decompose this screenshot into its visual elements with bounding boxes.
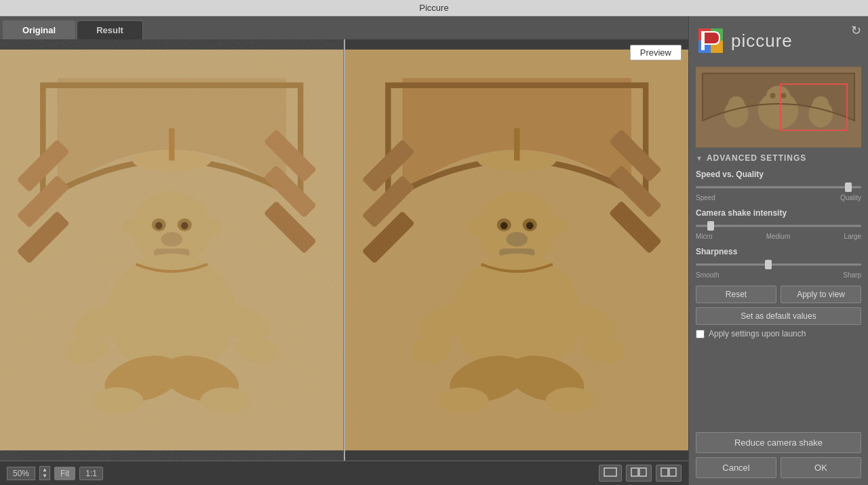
camera-shake-track <box>696 225 861 227</box>
sharpness-label: Sharpness <box>696 247 861 256</box>
speed-quality-track <box>696 187 861 189</box>
advanced-settings-panel: ▼ ADVANCED SETTINGS Speed vs. Quality Sp… <box>696 153 861 427</box>
original-pane <box>0 39 345 461</box>
zoom-stepper[interactable]: ▲ ▼ <box>39 466 50 480</box>
micro-label: Micro <box>696 233 712 240</box>
advanced-settings-header[interactable]: ▼ ADVANCED SETTINGS <box>696 153 861 163</box>
image-area: Preview <box>0 39 688 461</box>
set-default-button[interactable]: Set as default values <box>696 307 861 325</box>
logo-icon <box>696 26 726 56</box>
speed-quality-group: Speed vs. Quality Speed Quality <box>696 170 861 201</box>
reduce-camera-shake-button[interactable]: Reduce camera shake <box>696 432 861 453</box>
ok-button[interactable]: OK <box>781 457 861 478</box>
reset-button[interactable]: Reset <box>696 286 776 303</box>
speed-quality-thumb[interactable] <box>845 182 852 192</box>
camera-shake-group: Camera shake intensity Micro Medium Larg… <box>696 208 861 240</box>
svg-point-45 <box>545 218 567 235</box>
apply-launch-row: Apply settings upon launch <box>696 329 861 338</box>
cancel-button[interactable]: Cancel <box>696 457 776 478</box>
large-label: Large <box>844 233 861 240</box>
sharp-label: Sharp <box>843 271 861 279</box>
svg-point-54 <box>545 387 595 413</box>
camera-shake-thumb[interactable] <box>707 221 714 231</box>
svg-rect-55 <box>604 468 616 476</box>
split-vertical-view-button[interactable] <box>626 465 652 482</box>
smooth-label: Smooth <box>696 271 719 279</box>
tab-result[interactable]: Result <box>77 20 143 39</box>
medium-label: Medium <box>766 233 791 240</box>
quality-label: Quality <box>840 194 861 201</box>
logo-area: piccure <box>696 23 861 61</box>
speed-quality-slider[interactable] <box>696 182 861 193</box>
svg-rect-56 <box>631 468 638 476</box>
zoom-1to1-button[interactable]: 1:1 <box>79 467 103 480</box>
speed-quality-labels: Speed Quality <box>696 194 861 201</box>
sharpness-labels: Smooth Sharp <box>696 271 861 279</box>
right-panel: piccure <box>688 16 868 485</box>
apply-launch-label: Apply settings upon launch <box>709 329 806 338</box>
left-panel: Original Result <box>0 16 688 485</box>
apply-to-view-button[interactable]: Apply to view <box>781 286 861 303</box>
title-bar: Piccure <box>0 0 868 16</box>
camera-shake-labels: Micro Medium Large <box>696 233 861 240</box>
split-horizontal-view-button[interactable] <box>656 465 682 482</box>
bottom-buttons: Reduce camera shake Cancel OK <box>696 432 861 478</box>
app-title: Piccure <box>419 3 448 13</box>
split-view: Preview <box>0 39 688 461</box>
thumbnail-area <box>696 66 861 148</box>
cancel-ok-row: Cancel OK <box>696 457 861 478</box>
svg-rect-57 <box>639 468 646 476</box>
tab-original[interactable]: Original <box>3 20 75 39</box>
svg-point-44 <box>467 218 488 235</box>
svg-point-69 <box>770 93 776 98</box>
svg-point-53 <box>438 387 488 413</box>
camera-shake-slider[interactable] <box>696 220 861 231</box>
refresh-icon[interactable]: ↻ <box>851 23 861 38</box>
speed-quality-label: Speed vs. Quality <box>696 170 861 179</box>
zoom-fit-button[interactable]: Fit <box>54 467 75 480</box>
tab-bar: Original Result <box>0 16 688 39</box>
thumbnail-selection <box>780 83 848 131</box>
sharpness-group: Sharpness Smooth Sharp <box>696 247 861 279</box>
svg-rect-58 <box>661 468 668 476</box>
collapse-icon: ▼ <box>696 155 703 162</box>
zoom-level-display: 50% <box>7 467 35 480</box>
sharpness-thumb[interactable] <box>765 260 772 269</box>
speed-label: Speed <box>696 194 715 201</box>
result-pane: Preview <box>345 39 689 461</box>
reset-apply-row: Reset Apply to view <box>696 286 861 303</box>
svg-point-40 <box>500 222 507 229</box>
sharpness-slider[interactable] <box>696 259 861 270</box>
logo-text: piccure <box>731 31 793 52</box>
apply-launch-checkbox[interactable] <box>696 330 705 338</box>
preview-button[interactable]: Preview <box>630 45 682 60</box>
sharpness-track <box>696 264 861 266</box>
svg-rect-65 <box>703 33 705 49</box>
svg-point-41 <box>526 222 533 229</box>
bottom-toolbar: 50% ▲ ▼ Fit 1:1 <box>0 461 688 485</box>
single-view-button[interactable] <box>599 465 622 482</box>
camera-shake-label: Camera shake intensity <box>696 208 861 218</box>
svg-rect-27 <box>0 50 344 450</box>
svg-rect-59 <box>669 468 676 476</box>
advanced-settings-title: ADVANCED SETTINGS <box>707 153 806 163</box>
svg-point-42 <box>506 232 528 246</box>
